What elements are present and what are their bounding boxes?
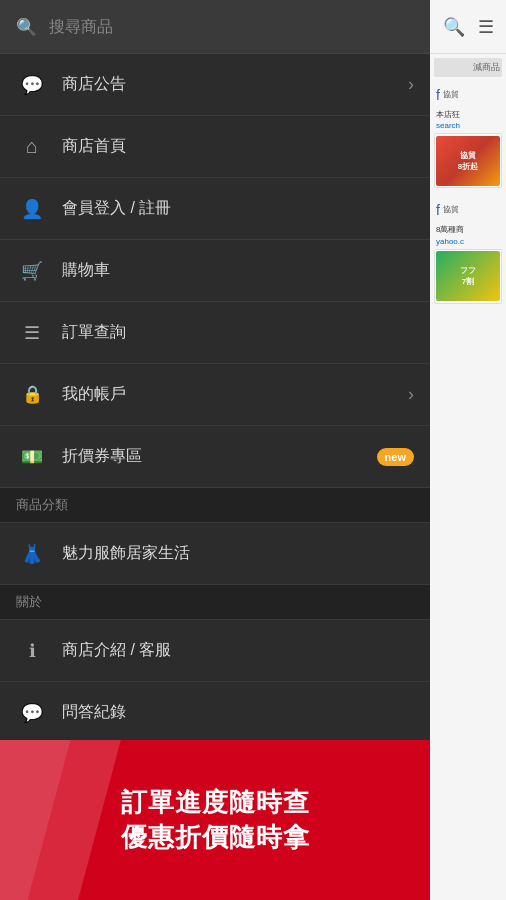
search-bar[interactable]: [0, 0, 430, 54]
cart-icon: [16, 260, 48, 282]
facebook-icon-2: f: [436, 202, 440, 218]
chevron-icon-account: ›: [408, 384, 414, 405]
ad-desc-2: 8萬種商 yahoo.c: [434, 224, 502, 248]
menu-item-login[interactable]: 會員登入 / 註冊: [0, 178, 430, 240]
menu-label-cart: 購物車: [62, 260, 414, 281]
menu-item-orders[interactable]: 訂單查詢: [0, 302, 430, 364]
menu-item-account[interactable]: 我的帳戶 ›: [0, 364, 430, 426]
home-icon: [16, 135, 48, 158]
user-icon: [16, 198, 48, 220]
banner-text-block: 訂單進度隨時查 優惠折價隨時拿: [121, 785, 310, 855]
qa-icon: [16, 702, 48, 724]
menu-label-account: 我的帳戶: [62, 384, 408, 405]
clothes-icon: [16, 543, 48, 565]
info-icon: [16, 640, 48, 662]
menu-item-cart[interactable]: 購物車: [0, 240, 430, 302]
menu-label-orders: 訂單查詢: [62, 322, 414, 343]
right-top-bar: 🔍 ☰: [430, 0, 506, 54]
list-icon: [16, 322, 48, 344]
new-badge: new: [377, 448, 414, 466]
menu-item-coupons[interactable]: 折價券專區 new: [0, 426, 430, 488]
menu-item-announcement[interactable]: 商店公告 ›: [0, 54, 430, 116]
right-content-area: 減商品 f 協貿 本店狂 search 協貿8折起 f 協貿 8萬種商 yaho…: [430, 54, 506, 312]
ad-link-1[interactable]: search: [436, 121, 460, 130]
menu-item-fashion[interactable]: 魅力服飾居家生活: [0, 523, 430, 585]
menu-label-login: 會員登入 / 註冊: [62, 198, 414, 219]
ad-desc-1: 本店狂 search: [434, 109, 502, 133]
menu-label-coupons: 折價券專區: [62, 446, 377, 467]
fb-ad-block-2: f 協貿: [434, 198, 502, 222]
chevron-icon: ›: [408, 74, 414, 95]
section-header-about: 關於: [0, 585, 430, 620]
ad-store-name-2: 協貿: [443, 205, 459, 215]
ad-graphic-1: 協貿8折起: [436, 136, 500, 186]
promo-bar: 減商品: [434, 58, 502, 77]
banner-line1: 訂單進度隨時查: [121, 785, 310, 820]
ad-link-2[interactable]: yahoo.c: [436, 237, 464, 246]
chat-icon: [16, 74, 48, 96]
menu-label-shopinfo: 商店介紹 / 客服: [62, 640, 414, 661]
drawer-panel: 商店公告 › 商店首頁 會員登入 / 註冊 購物車 訂單查詢 我的帳戶 › 折價…: [0, 0, 430, 900]
menu-item-homepage[interactable]: 商店首頁: [0, 116, 430, 178]
menu-label-qa: 問答紀錄: [62, 702, 414, 723]
menu-label-fashion: 魅力服飾居家生活: [62, 543, 414, 564]
ad-store-name-1: 協貿: [443, 90, 459, 100]
right-search-icon[interactable]: 🔍: [443, 16, 465, 38]
ad-thumbnail-1: 協貿8折起: [434, 133, 502, 188]
bottom-banner: 訂單進度隨時查 優惠折價隨時拿: [0, 740, 430, 900]
ad-graphic-2: フフ7割: [436, 251, 500, 301]
menu-label-announcement: 商店公告: [62, 74, 408, 95]
right-menu-icon[interactable]: ☰: [478, 16, 494, 38]
banner-line2: 優惠折價隨時拿: [121, 820, 310, 855]
ad-thumbnail-2: フフ7割: [434, 249, 502, 304]
search-icon: [16, 15, 37, 38]
coupon-icon: [16, 446, 48, 468]
menu-item-qa[interactable]: 問答紀錄: [0, 682, 430, 744]
menu-item-shopinfo[interactable]: 商店介紹 / 客服: [0, 620, 430, 682]
lock-icon: [16, 384, 48, 405]
fb-ad-block-1: f 協貿: [434, 83, 502, 107]
facebook-icon-1: f: [436, 87, 440, 103]
right-panel: 🔍 ☰ 減商品 f 協貿 本店狂 search 協貿8折起 f 協貿 8萬種商: [430, 0, 506, 900]
menu-label-homepage: 商店首頁: [62, 136, 414, 157]
search-input[interactable]: [49, 18, 414, 36]
section-header-category: 商品分類: [0, 488, 430, 523]
